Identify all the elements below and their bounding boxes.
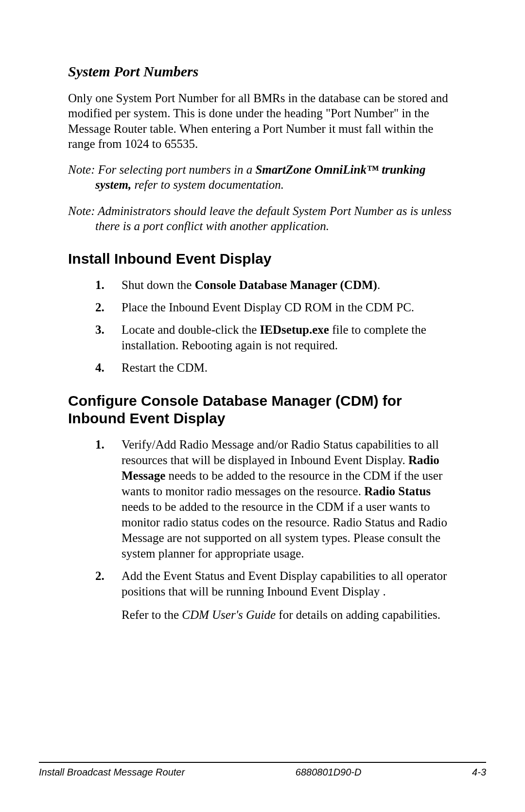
step-number: 3. <box>95 322 107 353</box>
page-content: System Port Numbers Only one System Port… <box>68 63 457 623</box>
footer-left: Install Broadcast Message Router <box>39 767 185 778</box>
list-item: 2. Place the Inbound Event Display CD RO… <box>68 300 457 315</box>
configure-steps-list: 1. Verify/Add Radio Message and/or Radio… <box>68 437 457 599</box>
closing-pre: Refer to the <box>122 608 182 621</box>
list-item: 1. Verify/Add Radio Message and/or Radio… <box>68 437 457 561</box>
list-item: 4. Restart the CDM. <box>68 360 457 376</box>
step-number: 2. <box>95 300 107 315</box>
note-administrators: Note: Administrators should leave the de… <box>68 203 457 234</box>
step-number: 1. <box>95 277 107 293</box>
step-text: Verify/Add Radio Message and/or Radio St… <box>122 437 457 561</box>
heading-install-inbound: Install Inbound Event Display <box>68 250 457 268</box>
step-text: Restart the CDM. <box>122 360 457 376</box>
install-steps-list: 1. Shut down the Console Database Manage… <box>68 277 457 376</box>
page-footer: Install Broadcast Message Router 6880801… <box>39 762 486 778</box>
note-smartzone: Note: For selecting port numbers in a Sm… <box>68 162 457 193</box>
step-number: 4. <box>95 360 107 376</box>
list-item: 1. Shut down the Console Database Manage… <box>68 277 457 293</box>
step-number: 1. <box>95 437 107 561</box>
heading-configure-cdm: Configure Console Database Manager (CDM)… <box>68 392 457 427</box>
step-number: 2. <box>95 568 107 599</box>
list-item: 2. Add the Event Status and Event Displa… <box>68 568 457 599</box>
footer-rule <box>39 762 486 763</box>
step-text: Shut down the Console Database Manager (… <box>122 277 457 293</box>
note-text-post: refer to system documentation. <box>131 178 284 191</box>
note-text: Administrators should leave the default … <box>95 204 452 233</box>
list-item: 3. Locate and double-click the IEDsetup.… <box>68 322 457 353</box>
closing-paragraph: Refer to the CDM User's Guide for detail… <box>68 607 457 623</box>
paragraph-system-port: Only one System Port Number for all BMRs… <box>68 90 457 151</box>
footer-center: 6880801D90-D <box>296 767 362 778</box>
note-label: Note: <box>68 204 95 217</box>
footer-row: Install Broadcast Message Router 6880801… <box>39 767 486 778</box>
step-text: Place the Inbound Event Display CD ROM i… <box>122 300 457 315</box>
closing-post: for details on adding capabilities. <box>276 608 440 621</box>
footer-right: 4-3 <box>472 767 486 778</box>
note-label: Note: <box>68 163 95 176</box>
closing-italic: CDM User's Guide <box>182 608 276 621</box>
heading-system-port-numbers: System Port Numbers <box>68 63 457 80</box>
step-text: Locate and double-click the IEDsetup.exe… <box>122 322 457 353</box>
note-text-pre: For selecting port numbers in a <box>95 163 256 176</box>
step-text: Add the Event Status and Event Display c… <box>122 568 457 599</box>
